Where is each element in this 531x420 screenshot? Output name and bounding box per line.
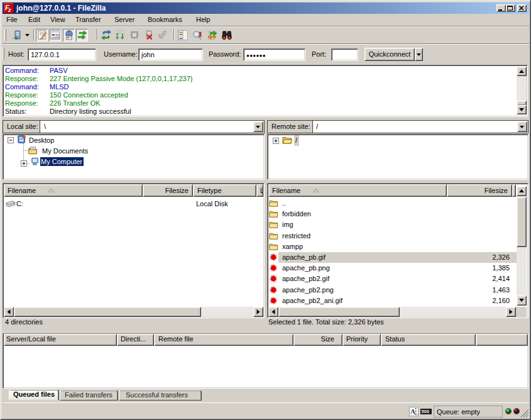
svg-text:A: A [410,407,415,415]
svg-text:500: 500 [422,409,430,414]
svg-text:z: z [8,7,11,13]
